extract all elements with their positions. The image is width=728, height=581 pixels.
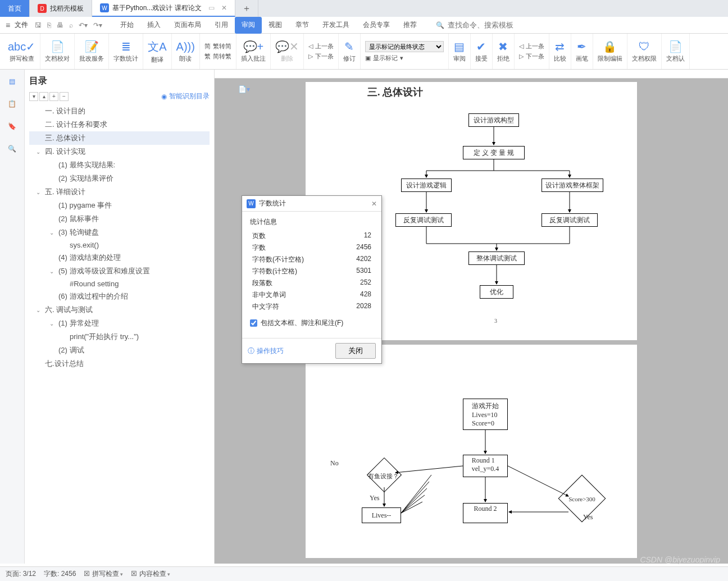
toc-item[interactable]: (1) 最终实现结果: [29,158,210,172]
toc-expand-all-icon[interactable]: ▴ [39,92,48,101]
save-icon[interactable]: 🖫 [35,21,42,29]
ribbon-tab-member[interactable]: 会员专享 [356,17,397,34]
status-page[interactable]: 页面: 3/12 [6,569,36,579]
svg-line-19 [401,495,425,513]
preview-icon[interactable]: ⌕ [69,21,73,29]
tab-home[interactable]: 首页 [0,0,30,17]
word-count-button[interactable]: ≣字数统计 [109,34,143,70]
dialog-close-button[interactable]: 关闭 [335,343,376,359]
next-revision-button[interactable]: ▷ 下一条 [519,52,544,61]
toc-item[interactable]: ⌄(1) 异常处理 [29,317,210,330]
toc-item[interactable]: (4) 游戏结束的处理 [29,251,210,264]
toc-item[interactable]: sys.exit() [29,239,210,251]
toc-item[interactable]: ⌄四. 设计实现 [29,145,210,158]
compare-button[interactable]: ⇄比较 [549,34,571,70]
delete-comment-button[interactable]: 💬✕删除 [271,34,304,70]
horizontal-ruler[interactable] [215,70,728,79]
toc-item[interactable]: 七.设计总结 [29,357,210,370]
translate-button[interactable]: 文A翻译 [143,34,171,70]
flow-node: 设计游戏逻辑 [401,179,452,192]
ribbon-tab-start[interactable]: 开始 [113,17,140,34]
toc-item[interactable]: ⌄六. 调试与测试 [29,303,210,317]
ribbon-tab-recommend[interactable]: 推荐 [397,17,424,34]
toc-item[interactable]: print("开始执行 try...") [29,330,210,344]
flow-node: 反复调试测试 [395,213,452,227]
insert-comment-button[interactable]: 💬+插入批注 [236,34,271,70]
track-changes-button[interactable]: ✎修订 [339,34,361,70]
toc-item[interactable]: (2) 调试 [29,344,210,357]
toc-collapse-all-icon[interactable]: ▾ [29,92,38,101]
ribbon-tab-view[interactable]: 视图 [262,17,289,34]
smart-toc-button[interactable]: ◉智能识别目录 [161,92,210,101]
ribbon-tab-reference[interactable]: 引用 [208,17,235,34]
toc-item[interactable]: 一. 设计目的 [29,104,210,118]
toc-level-controls: ▾ ▴ + − [29,92,69,101]
toc-item[interactable]: ⌄五. 详细设计 [29,185,210,199]
tab-templates[interactable]: D找稻壳模板 [30,0,92,17]
clipboard-icon[interactable]: 📋 [6,98,19,110]
include-footnotes-checkbox[interactable]: 包括文本框、脚注和尾注(F) [250,318,374,328]
ribbon-tab-layout[interactable]: 页面布局 [167,17,208,34]
pen-icon: ✒ [577,40,586,53]
prev-comment-button[interactable]: ◁ 上一条 [308,42,334,51]
pen-button[interactable]: ✒画笔 [571,34,593,70]
print-icon[interactable]: 🖶 [57,21,63,29]
doc-perm-button[interactable]: 🛡文档权限 [627,34,662,70]
ribbon-tab-section[interactable]: 章节 [289,17,316,34]
menu-file[interactable]: 文件 [15,20,28,30]
wps-doc-icon: W [100,3,109,12]
undo-icon[interactable]: ↶▾ [79,21,88,29]
toc-item[interactable]: #Round setting [29,278,210,290]
tab-close-icon[interactable]: ✕ [221,4,227,12]
tab-document[interactable]: W基于Python...戏设计 课程论文▭✕ [92,0,235,17]
accept-button[interactable]: ✔接受 [471,34,493,70]
prev-revision-button[interactable]: ◁ 上一条 [519,42,544,51]
redo-icon[interactable]: ↷▾ [93,21,102,29]
doc-proof-button[interactable]: 📄文档校对 [40,34,75,70]
toc-item[interactable]: ⌄(3) 轮询键盘 [29,226,210,239]
print-preview-icon[interactable]: ⎘ [47,21,51,29]
read-aloud-button[interactable]: A)))朗读 [172,34,200,70]
doc-rec-button[interactable]: 📄文档认 [662,34,690,70]
flow-node: 定 义 变 量 规 [463,146,525,159]
show-markup-button[interactable]: ▣ 显示标记 ▾ [365,54,444,62]
hamburger-icon[interactable]: ≡ [6,21,10,30]
edit-service-button[interactable]: 📝批改服务 [75,34,109,70]
status-word-count[interactable]: 字数: 2456 [44,569,76,579]
toc-item-label: (1) pygame 事件 [58,200,112,211]
status-spell-check[interactable]: ☒ 拼写检查 [84,569,123,579]
toc-item[interactable]: (6) 游戏过程中的介绍 [29,290,210,303]
markup-state-select[interactable]: 显示标记的最终状态 [365,41,444,52]
menu-bar: ≡ 文件 🖫 ⎘ 🖶 ⌕ ↶▾ ↷▾ 开始 插入 页面布局 引用 审阅 视图 章… [0,17,728,34]
spell-check-button[interactable]: abc✓拼写检查 [3,34,40,70]
toc-item-label: (5) 游戏等级设置和难度设置 [58,266,150,276]
search-input[interactable] [448,21,538,29]
ribbon-tab-review[interactable]: 审阅 [235,17,262,34]
toc-item[interactable]: 三. 总体设计 [29,131,210,145]
toc-item[interactable]: (2) 鼠标事件 [29,212,210,226]
toc-item[interactable]: (2) 实现结果评价 [29,172,210,185]
next-comment-button[interactable]: ▷ 下一条 [308,52,334,61]
toc-item[interactable]: (1) pygame 事件 [29,199,210,212]
bookmark-icon[interactable]: 🔖 [6,120,19,132]
toc-item[interactable]: ⌄(5) 游戏等级设置和难度设置 [29,264,210,278]
reject-button[interactable]: ✖拒绝 [493,34,515,70]
ribbon-tab-dev[interactable]: 开发工具 [316,17,356,34]
chevron-icon: ⌄ [36,307,43,313]
status-content-check[interactable]: ☒ 内容检查 [131,569,170,579]
tips-link[interactable]: ⓘ操作技巧 [248,346,284,356]
toc-add-icon[interactable]: + [49,92,58,101]
search-icon[interactable]: 🔍 [436,21,444,29]
dialog-close-icon[interactable]: ✕ [371,200,377,208]
tab-pin-icon[interactable]: ▭ [208,4,215,12]
restrict-edit-button[interactable]: 🔒限制编辑 [593,34,627,70]
toc-item[interactable]: 二. 设计任务和要求 [29,118,210,131]
simp-to-trad-button[interactable]: 繁 简转繁 [204,52,231,61]
outline-icon[interactable]: ▤ [6,75,19,88]
find-icon[interactable]: 🔍 [6,143,19,155]
tab-add[interactable]: ＋ [235,0,258,17]
toc-remove-icon[interactable]: − [60,92,69,101]
ribbon-tab-insert[interactable]: 插入 [140,17,167,34]
review-pane-button[interactable]: ▤审阅 [449,34,471,70]
trad-to-simp-button[interactable]: 简 繁转简 [204,42,231,51]
